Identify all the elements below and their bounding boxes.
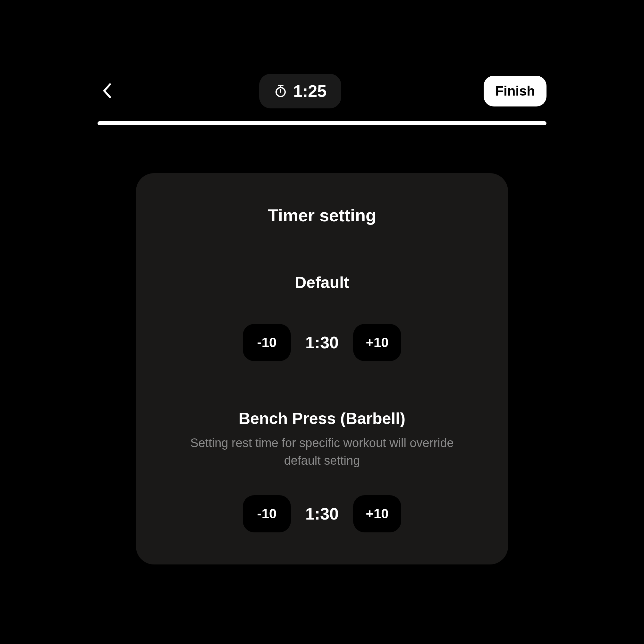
app-container: 1:25 Finish Timer setting Default -10 1:… — [0, 0, 644, 644]
exercise-stepper: -10 1:30 +10 — [243, 495, 401, 532]
timer-badge[interactable]: 1:25 — [259, 74, 341, 108]
header: 1:25 Finish — [97, 64, 547, 115]
default-timer-section: Default -10 1:30 +10 — [162, 273, 482, 361]
exercise-timer-section: Bench Press (Barbell) Setting rest time … — [162, 409, 482, 532]
chevron-left-icon — [102, 83, 112, 99]
progress-bar — [97, 121, 547, 125]
exercise-minus-button[interactable]: -10 — [243, 495, 291, 532]
finish-button[interactable]: Finish — [484, 76, 547, 106]
timer-setting-modal: Timer setting Default -10 1:30 +10 Bench… — [136, 173, 508, 564]
exercise-timer-value: 1:30 — [301, 504, 343, 523]
section-label-default: Default — [295, 273, 349, 292]
section-label-exercise: Bench Press (Barbell) — [239, 409, 405, 428]
default-stepper: -10 1:30 +10 — [243, 324, 401, 361]
stopwatch-icon — [274, 84, 287, 98]
default-plus-button[interactable]: +10 — [353, 324, 401, 361]
exercise-plus-button[interactable]: +10 — [353, 495, 401, 532]
default-minus-button[interactable]: -10 — [243, 324, 291, 361]
timer-value: 1:25 — [293, 81, 326, 101]
default-timer-value: 1:30 — [301, 333, 343, 352]
section-subtext-exercise: Setting rest time for specific workout w… — [181, 434, 463, 470]
modal-title: Timer setting — [268, 205, 376, 225]
progress-fill — [97, 121, 547, 125]
back-button[interactable] — [97, 81, 117, 101]
